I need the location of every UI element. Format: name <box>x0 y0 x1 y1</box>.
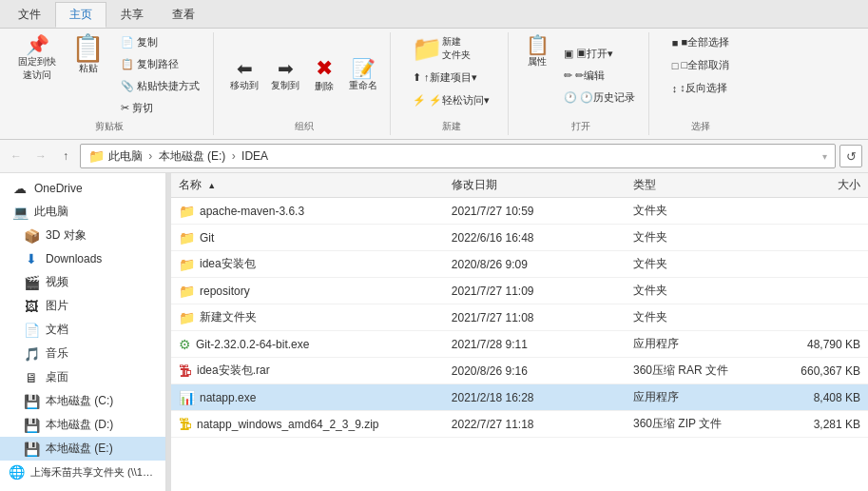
sidebar-item-downloads[interactable]: ⬇ Downloads <box>0 247 165 270</box>
sidebar-item-network[interactable]: 🌐 上海禾苗共享文件夹 (\\192.168.1 <box>0 461 165 483</box>
select-all-icon: ■ <box>672 37 679 49</box>
history-icon: 🕐 <box>564 91 577 104</box>
copy-button[interactable]: 📄 复制 <box>115 32 205 52</box>
ribbon: 文件 主页 共享 查看 📌 固定到快 速访问 📋 粘贴 <box>0 0 868 140</box>
sidebar-item-disk-d[interactable]: 💾 本地磁盘 (D:) <box>0 413 165 437</box>
open-icon: ▣ <box>564 48 573 60</box>
sidebar-item-videos[interactable]: 🎬 视频 <box>0 270 165 294</box>
sidebar-item-disk-c[interactable]: 💾 本地磁盘 (C:) <box>0 389 165 413</box>
zip-icon-natapp: 🗜 <box>179 417 192 432</box>
history-button[interactable]: 🕐 🕐历史记录 <box>558 88 641 108</box>
address-path[interactable]: 📁 此电脑 › 本地磁盘 (E:) › IDEA ▾ <box>80 144 836 168</box>
easy-access-button[interactable]: ⚡ ⚡轻松访问▾ <box>407 90 495 110</box>
file-name-natapp-exe: 📊 natapp.exe <box>179 390 452 405</box>
properties-button[interactable]: 📋 属性 <box>520 32 554 118</box>
videos-icon: 🎬 <box>23 275 40 290</box>
sidebar-item-onedrive[interactable]: ☁ OneDrive <box>0 177 165 200</box>
cut-button[interactable]: ✂ 剪切 <box>115 98 205 118</box>
sidebar-item-documents[interactable]: 📄 文档 <box>0 318 165 342</box>
edit-icon: ✏ <box>564 69 572 82</box>
ribbon-content: 📌 固定到快 速访问 📋 粘贴 📄 复制 📋 <box>0 29 868 139</box>
paste-button[interactable]: 📋 粘贴 <box>65 32 111 118</box>
copy-to-button[interactable]: ➡ 复制到 <box>266 56 304 95</box>
tab-file[interactable]: 文件 <box>4 2 55 28</box>
file-row-git[interactable]: 📁 Git 2022/6/16 16:48 文件夹 <box>171 225 868 251</box>
open-button[interactable]: ▣ ▣打开▾ <box>558 44 641 64</box>
col-header-name[interactable]: 名称 ▲ <box>179 177 452 193</box>
refresh-button[interactable]: ↺ <box>839 145 862 167</box>
paste-icon: 📋 <box>71 35 105 62</box>
new-item-icon: ⬆ <box>413 71 421 84</box>
file-date-natapp-zip: 2022/7/27 11:18 <box>452 418 633 431</box>
file-row-maven[interactable]: 📁 apache-maven-3.6.3 2021/7/27 10:59 文件夹 <box>171 198 868 225</box>
breadcrumb: 此电脑 › 本地磁盘 (E:) › IDEA <box>108 148 268 165</box>
edit-button[interactable]: ✏ ✏编辑 <box>558 66 641 86</box>
col-header-type[interactable]: 类型 <box>633 177 769 193</box>
this-pc-icon: 💻 <box>11 205 29 220</box>
file-row-new-folder[interactable]: 📁 新建文件夹 2021/7/27 11:08 文件夹 <box>171 304 868 331</box>
desktop-icon: 🖥 <box>23 370 40 385</box>
paste-shortcut-icon: 📎 <box>121 80 134 92</box>
path-folder-icon: 📁 <box>88 148 105 164</box>
file-name-git-exe: ⚙ Git-2.32.0.2-64-bit.exe <box>179 337 452 352</box>
file-row-repo[interactable]: 📁 repository 2021/7/27 11:09 文件夹 <box>171 278 868 304</box>
col-header-date[interactable]: 修改日期 <box>452 177 633 193</box>
select-group-label: 选择 <box>691 120 710 133</box>
folder-icon-new-folder: 📁 <box>179 310 195 325</box>
ribbon-group-organize: ⬅ 移动到 ➡ 复制到 ✖ 删除 📝 重命名 组织 <box>218 32 391 135</box>
delete-icon: ✖ <box>316 58 333 79</box>
file-row-natapp-zip[interactable]: 🗜 natapp_windows_amd64_2_3_9.zip 2022/7/… <box>171 411 868 438</box>
invert-selection-button[interactable]: ↕ ↕反向选择 <box>666 78 733 98</box>
documents-icon: 📄 <box>23 323 40 338</box>
file-row-git-exe[interactable]: ⚙ Git-2.32.0.2-64-bit.exe 2021/7/28 9:11… <box>171 331 868 358</box>
file-type-git-exe: 应用程序 <box>633 336 769 352</box>
back-button[interactable]: ← <box>6 146 27 167</box>
onedrive-icon: ☁ <box>11 181 29 196</box>
copy-to-icon: ➡ <box>278 59 294 78</box>
tab-share[interactable]: 共享 <box>106 2 158 28</box>
pin-button[interactable]: 📌 固定到快 速访问 <box>13 32 61 85</box>
file-name-idea-rar: 🗜 idea安装包.rar <box>179 363 452 379</box>
clipboard-group-label: 剪贴板 <box>95 120 124 133</box>
col-header-size[interactable]: 大小 <box>769 177 860 193</box>
copy-path-button[interactable]: 📋 复制路径 <box>115 54 205 74</box>
move-to-button[interactable]: ⬅ 移动到 <box>225 56 263 95</box>
folder-icon-maven: 📁 <box>179 204 195 219</box>
file-type-idea-pkg: 文件夹 <box>633 256 769 272</box>
ribbon-group-clipboard: 📌 固定到快 速访问 📋 粘贴 📄 复制 📋 <box>6 32 214 135</box>
file-row-idea-rar[interactable]: 🗜 idea安装包.rar 2020/8/26 9:16 360压缩 RAR 文… <box>171 358 868 384</box>
paste-shortcut-button[interactable]: 📎 粘贴快捷方式 <box>115 76 205 96</box>
up-button[interactable]: ↑ <box>55 146 76 167</box>
rename-icon: 📝 <box>352 59 376 78</box>
forward-button[interactable]: → <box>30 146 51 167</box>
file-size-natapp-exe: 8,408 KB <box>769 391 860 404</box>
disk-d-icon: 💾 <box>23 418 40 433</box>
sidebar-item-3d-objects[interactable]: 📦 3D 对象 <box>0 224 165 247</box>
delete-button[interactable]: ✖ 删除 <box>307 55 341 96</box>
file-size-idea-rar: 660,367 KB <box>769 364 860 378</box>
tab-home[interactable]: 主页 <box>55 2 106 28</box>
organize-group-label: 组织 <box>295 120 314 133</box>
folder-icon-repo: 📁 <box>179 284 195 299</box>
sidebar-item-disk-e[interactable]: 💾 本地磁盘 (E:) <box>0 437 165 461</box>
file-row-natapp-exe[interactable]: 📊 natapp.exe 2021/2/18 16:28 应用程序 8,408 … <box>171 384 868 411</box>
file-type-repo: 文件夹 <box>633 283 769 299</box>
sidebar-item-desktop[interactable]: 🖥 桌面 <box>0 365 165 389</box>
sidebar-item-this-pc[interactable]: 💻 此电脑 <box>0 200 165 224</box>
ribbon-group-open: 📋 属性 ▣ ▣打开▾ ✏ ✏编辑 🕐 🕐历史记录 <box>512 32 649 135</box>
sidebar: ☁ OneDrive 💻 此电脑 📦 3D 对象 ⬇ Downloads 🎬 视… <box>0 173 166 491</box>
pin-icon: 📌 <box>26 35 49 54</box>
rename-button[interactable]: 📝 重命名 <box>344 56 382 95</box>
new-folder-button[interactable]: 📁 新建 文件夹 <box>407 32 475 65</box>
tab-view[interactable]: 查看 <box>158 2 209 28</box>
file-date-repo: 2021/7/27 11:09 <box>452 285 633 298</box>
folder-icon-idea-pkg: 📁 <box>179 257 195 272</box>
select-all-button[interactable]: ■ ■全部选择 <box>666 32 735 52</box>
sidebar-item-pictures[interactable]: 🖼 图片 <box>0 294 165 318</box>
file-row-idea-pkg[interactable]: 📁 idea安装包 2020/8/26 9:09 文件夹 <box>171 251 868 278</box>
new-item-button[interactable]: ⬆ ↑新建项目▾ <box>407 68 483 88</box>
file-size-git-exe: 48,790 KB <box>769 338 860 351</box>
file-type-git: 文件夹 <box>633 229 769 246</box>
deselect-all-button[interactable]: □ □全部取消 <box>666 55 735 75</box>
sidebar-item-music[interactable]: 🎵 音乐 <box>0 342 165 365</box>
